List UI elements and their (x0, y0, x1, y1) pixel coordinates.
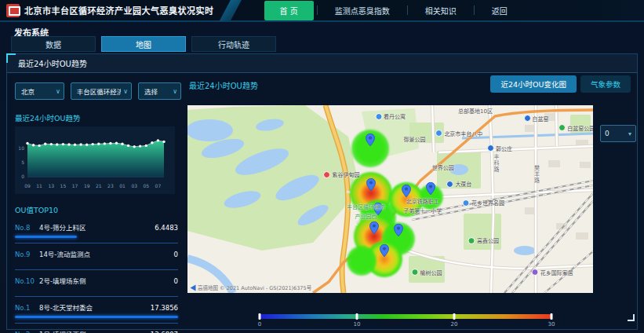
list-item-row: No.18号-北天堂村委会17.3856 (15, 302, 178, 312)
filter-select-3[interactable]: 选择∨ (138, 82, 181, 100)
svg-text:11: 11 (36, 183, 42, 188)
filter-row: 北京∨丰台区循环经济产∨选择∨ (15, 82, 181, 100)
map-label-text: 榆树公园 (420, 269, 442, 276)
map-label-text: 白盆窑公园 (567, 124, 593, 132)
nav-item-2[interactable]: 监测点恶臭指数 (321, 2, 404, 20)
nav-item-3[interactable]: 相关知识 (411, 2, 471, 20)
svg-text:03: 03 (131, 183, 137, 188)
legend-tick-label: 30 (548, 321, 555, 328)
map-label-text: 樊羊路 (533, 165, 540, 184)
nav-item-1[interactable]: 首 页 (264, 1, 314, 20)
list-item-value: 0 (174, 251, 178, 258)
svg-text:17: 17 (72, 183, 78, 188)
chevron-down-icon: ∨ (56, 88, 60, 95)
map-label-text: 产业园西 (355, 212, 377, 220)
map-pin-icon[interactable] (379, 244, 389, 261)
map-label-metro: 白盆窑 (524, 115, 549, 123)
filter-select-2[interactable]: 丰台区循环经济产∨ (71, 82, 132, 100)
map-label-scenic: 紫谷伊甸园 (323, 170, 359, 178)
filter-select-value: 北京 (21, 86, 53, 96)
sidebar: 北京∨丰台区循环经济产∨选择∨ 最近24小时OU趋势 0510091113151… (12, 78, 181, 326)
list-item: No.102号-填埋场东侧0 (15, 270, 178, 297)
map-label-poi: 花乡世界名园 (463, 199, 504, 207)
heat-blob-green (347, 246, 377, 276)
list-item-name: 2号-填埋场东侧 (39, 276, 174, 285)
legend-tick-mark (453, 313, 456, 320)
svg-text:07: 07 (155, 183, 162, 188)
chevron-down-icon: ▾ (628, 130, 631, 137)
list-item-row: No.21号-填埋场西侧13.6897 (15, 329, 178, 333)
map-label-road-v: 丰科路 (492, 154, 500, 173)
map-label-road-v: 樊羊路 (533, 165, 540, 184)
publish-tab-1[interactable]: 数据 (11, 36, 96, 52)
map-label-text: 花乡国际家居 (540, 269, 573, 276)
map-button-1[interactable]: 近24小时OU变化图 (490, 75, 577, 93)
ou-top10-list: No.84号-筛分上料区6.4483No.914号-流动监测点0No.102号-… (15, 217, 178, 333)
map-label-text: 花乡世界名园 (471, 199, 504, 207)
map-label-text: 丰台区循环经济 (347, 203, 385, 210)
map-label-text: 御景公园 (404, 135, 426, 143)
publish-tab-2[interactable]: 地图 (101, 36, 186, 52)
list-item-row: No.84号-筛分上料区6.4483 (15, 222, 178, 232)
app-title: 北京市丰台区循环经济产业园大气恶臭状况实时 (24, 4, 214, 16)
list-item: No.18号-北天堂村委会17.3856 (15, 297, 178, 324)
list-item-value: 6.4483 (155, 224, 178, 232)
legend-tick-label: 0 (258, 321, 261, 328)
chevron-down-icon: ∨ (123, 88, 128, 95)
list-item-name: 8号-北天堂村委会 (39, 302, 151, 312)
list-item-value: 17.3856 (151, 304, 178, 312)
legend-labels: 0102030 (260, 321, 551, 329)
park-icon (468, 237, 475, 244)
chevron-down-icon: ∨ (173, 88, 177, 95)
filter-select-1[interactable]: 北京∨ (15, 82, 64, 100)
map-label-park: 白盆窑公园 (558, 124, 593, 132)
metro-icon (487, 145, 494, 152)
panel-title: 最近24小时OU趋势 (7, 54, 637, 73)
map-label-park: 高鑫公园 (468, 236, 499, 244)
map-label-text: 白盆窑 (533, 115, 549, 123)
amap-logo-icon (191, 284, 196, 291)
list-item-rank: No.10 (15, 277, 39, 285)
svg-text:05: 05 (143, 183, 149, 188)
list-item-row: No.102号-填埋场东侧0 (15, 276, 178, 285)
map-label-plain: 总部基地10区 (458, 107, 493, 115)
poi2-icon (532, 269, 539, 276)
list-item: No.21号-填埋场西侧13.6897 (15, 324, 178, 333)
map-hour-select[interactable]: 0 ▾ (600, 125, 636, 142)
nav-separator (407, 5, 408, 15)
svg-text:5: 5 (21, 159, 24, 165)
list-item-value: 0 (174, 277, 178, 285)
main-nav: 首 页监测点恶臭指数相关知识返回 (264, 0, 522, 21)
svg-text:0: 0 (21, 174, 24, 179)
legend-tick-mark (259, 313, 261, 320)
map-pin-icon[interactable] (393, 223, 403, 240)
map-pin-icon[interactable] (369, 221, 379, 238)
top-bar: 北京市丰台区循环经济产业园大气恶臭状况实时 首 页监测点恶臭指数相关知识返回 (0, 0, 644, 22)
park-icon (412, 269, 419, 276)
list-item-bar (15, 316, 178, 318)
nav-item-4[interactable]: 返回 (478, 2, 522, 20)
publish-tab-3[interactable]: 行动轨迹 (191, 36, 276, 52)
sidebar-chart-title: 最近24小时OU趋势 (15, 112, 181, 123)
map-pin-icon[interactable] (366, 178, 377, 195)
map-label-plain: 北京铁路职工 (406, 197, 439, 205)
map-button-2[interactable]: 气象参数 (580, 75, 631, 93)
map-label-text: 总部基地10区 (458, 107, 493, 115)
scenic-icon (323, 171, 330, 178)
map-label-text: 紫谷伊甸园 (332, 170, 359, 178)
map-label-text: 子弟第十一小学 (403, 207, 442, 214)
list-item-name: 14号-流动监测点 (39, 249, 174, 258)
filter-select-value: 选择 (144, 86, 170, 96)
map-section-title: 最近24小时OU趋势 (189, 79, 258, 91)
map-label-poi2: 花乡国际家居 (532, 269, 573, 276)
poi-icon (435, 130, 442, 137)
nav-separator (317, 5, 318, 15)
map-pin-icon[interactable] (365, 134, 375, 150)
map-label-park: 榆树公园 (412, 269, 442, 276)
heatmap-map[interactable]: 看丹公寓总部基地10区白盆窑白盆窑公园御景公园北京市丰台八中郭公庄世界公园紫谷伊… (187, 105, 593, 293)
svg-text:01: 01 (119, 183, 126, 188)
legend-tick-mark (356, 313, 358, 320)
svg-text:19: 19 (84, 183, 90, 188)
map-pin-icon[interactable] (426, 182, 436, 199)
map-label-plain: 御景公园 (404, 135, 426, 143)
